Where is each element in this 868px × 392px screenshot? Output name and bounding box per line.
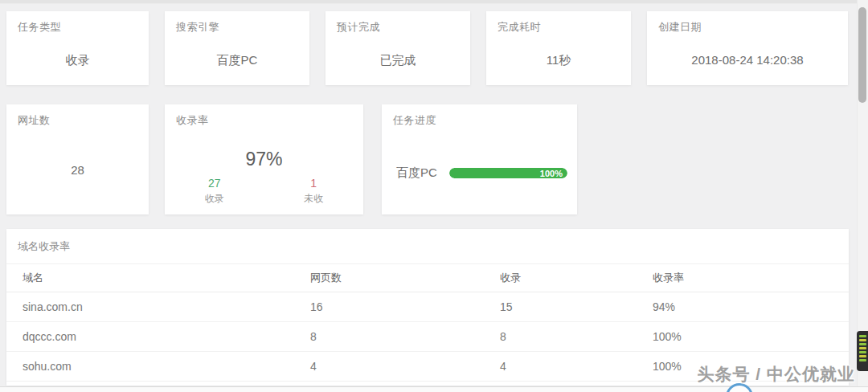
table-header-row: 域名 网页数 收录 收录率 — [6, 264, 849, 292]
stat-card-value: 11秒 — [486, 53, 631, 68]
cell-indexed: 8 — [484, 321, 637, 351]
cell-domain: dqccc.com — [6, 321, 294, 351]
stat-card-label: 预计完成 — [337, 20, 380, 35]
stat-card-task-type: 任务类型 收录 — [6, 11, 149, 85]
url-count-label: 网址数 — [18, 113, 51, 128]
stat-card-label: 搜索引擎 — [176, 20, 219, 35]
column-header-rate: 收录率 — [637, 264, 849, 292]
task-progress-card: 任务进度 百度PC 100% — [382, 104, 577, 214]
cell-rate: 94% — [637, 292, 849, 321]
panel-title: 域名收录率 — [6, 229, 849, 264]
inclusion-breakdown: 27 收录 1 未收 — [165, 177, 363, 206]
table-row[interactable]: sina.com.cn 16 15 94% — [6, 292, 849, 321]
excluded-count: 1 — [264, 177, 364, 190]
floating-widget-icon[interactable] — [857, 331, 868, 371]
progress-engine-label: 百度PC — [396, 165, 449, 181]
stat-card-value: 百度PC — [165, 53, 309, 68]
cell-pages: 16 — [294, 292, 484, 321]
included-stat: 27 收录 — [165, 177, 264, 206]
widget-stripe — [859, 347, 866, 349]
widget-stripe — [859, 359, 866, 361]
cell-pages: 4 — [294, 351, 484, 381]
column-header-domain: 域名 — [6, 264, 294, 292]
cell-pages: 8 — [294, 321, 484, 351]
included-count: 27 — [165, 177, 264, 190]
excluded-label: 未收 — [264, 192, 364, 206]
column-header-indexed: 收录 — [484, 264, 637, 292]
widget-stripe — [859, 355, 866, 357]
inclusion-rate-card: 收录率 97% 27 收录 1 未收 — [165, 104, 363, 214]
column-header-pages: 网页数 — [294, 264, 484, 292]
watermark-text: 头条号 / 中公优就业 — [697, 363, 855, 386]
widget-stripe — [859, 343, 866, 345]
cell-domain: sohu.com — [6, 351, 294, 381]
url-count-card: 网址数 28 — [6, 104, 149, 214]
page-top-divider — [0, 0, 868, 4]
stat-card-creation-date: 创建日期 2018-08-24 14:20:38 — [647, 11, 848, 85]
task-progress-label: 任务进度 — [393, 113, 436, 128]
stat-card-label: 创建日期 — [658, 20, 702, 35]
stat-card-value: 2018-08-24 14:20:38 — [647, 53, 848, 67]
inclusion-rate-percent: 97% — [165, 149, 363, 170]
stat-card-label: 完成耗时 — [497, 20, 541, 35]
widget-stripe — [859, 339, 866, 341]
table-row[interactable]: dqccc.com 8 8 100% — [6, 321, 849, 351]
cell-indexed: 4 — [484, 351, 637, 381]
scrollbar-thumb[interactable] — [858, 7, 866, 103]
stat-card-value: 已完成 — [326, 53, 470, 68]
stat-card-value: 收录 — [6, 53, 149, 68]
progress-percent-text: 100% — [540, 169, 567, 178]
progress-bar-fill: 100% — [449, 168, 567, 178]
stat-card-search-engine: 搜索引擎 百度PC — [165, 11, 309, 85]
cell-rate: 100% — [637, 321, 849, 351]
widget-stripe — [859, 335, 866, 337]
progress-track: 100% — [449, 168, 567, 178]
included-label: 收录 — [165, 192, 264, 206]
cell-indexed: 15 — [484, 292, 637, 321]
stat-card-time-spent: 完成耗时 11秒 — [486, 11, 631, 85]
cell-domain: sina.com.cn — [6, 292, 294, 321]
url-count-value: 28 — [6, 163, 149, 177]
domain-rate-panel: 域名收录率 域名 网页数 收录 收录率 sina.com.cn 16 15 94… — [6, 229, 849, 386]
stat-card-estimated-completion: 预计完成 已完成 — [326, 11, 470, 85]
stat-card-label: 任务类型 — [18, 20, 61, 35]
progress-row: 百度PC 100% — [396, 165, 567, 181]
widget-stripe — [859, 351, 866, 353]
excluded-stat: 1 未收 — [264, 177, 364, 206]
inclusion-rate-label: 收录率 — [176, 113, 209, 128]
